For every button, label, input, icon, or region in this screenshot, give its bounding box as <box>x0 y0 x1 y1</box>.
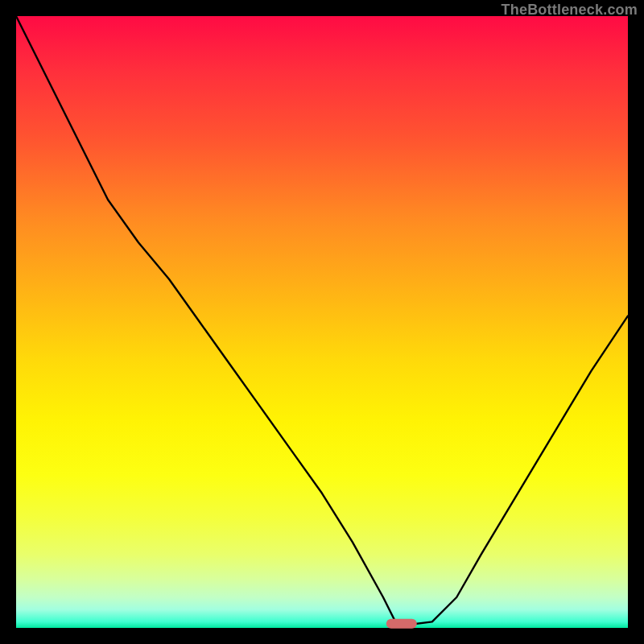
curve-line <box>16 16 628 625</box>
bottleneck-marker <box>386 619 417 629</box>
plot-svg <box>16 16 628 628</box>
plot-area <box>16 16 628 628</box>
chart-container: TheBottleneck.com <box>0 0 644 644</box>
